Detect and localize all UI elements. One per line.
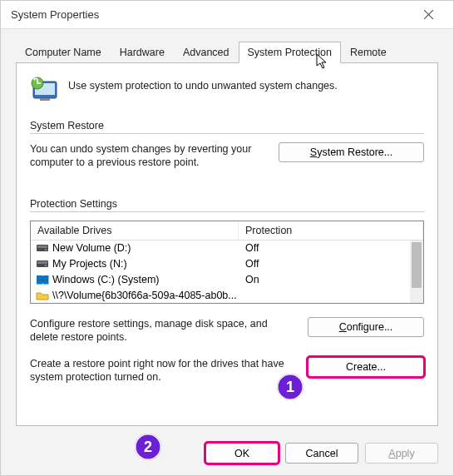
svg-rect-15 (43, 275, 49, 280)
scrollbar[interactable] (410, 240, 423, 303)
drive-table: Available Drives Protection New Volume (… (30, 221, 424, 304)
system-restore-button[interactable]: System Restore... (279, 142, 424, 162)
window-title: System Properties (11, 8, 99, 21)
cancel-button[interactable]: Cancel (285, 443, 358, 464)
apply-button[interactable]: Apply (365, 443, 438, 464)
annotation-badge-1: 1 (277, 374, 303, 400)
scrollbar-thumb[interactable] (412, 242, 422, 288)
drive-name: Windows (C:) (System) (52, 274, 159, 285)
drive-icon (36, 290, 49, 300)
svg-rect-8 (37, 245, 47, 248)
tab-computer-name[interactable]: Computer Name (16, 42, 111, 63)
drive-name: \\?\Volume{6b30f66a-509a-4085-ab0b... (52, 290, 237, 301)
titlebar: System Properties (1, 1, 453, 29)
annotation-badge-2: 2 (135, 434, 161, 460)
create-button[interactable]: Create... (308, 357, 424, 377)
configure-text: Configure restore settings, manage disk … (30, 317, 298, 345)
svg-rect-11 (37, 261, 47, 264)
intro-text: Use system protection to undo unwanted s… (68, 75, 338, 92)
table-row[interactable]: Windows (C:) (System)On (31, 272, 423, 288)
close-button[interactable] (410, 3, 447, 27)
drive-icon (36, 275, 49, 285)
protection-settings-header: Protection Settings (30, 198, 424, 212)
svg-rect-17 (43, 280, 49, 285)
tab-strip: Computer Name Hardware Advanced System P… (1, 29, 453, 62)
drive-table-body: New Volume (D:)OffMy Projects (N:)OffWin… (31, 240, 423, 303)
drive-icon (36, 243, 49, 253)
svg-rect-16 (37, 280, 42, 285)
create-text: Create a restore point right now for the… (30, 357, 298, 384)
close-icon (424, 10, 433, 19)
drive-protection: Off (239, 258, 423, 270)
table-row[interactable]: My Projects (N:)Off (31, 256, 423, 272)
system-protection-icon (30, 75, 60, 105)
svg-point-9 (45, 249, 47, 250)
table-row[interactable]: New Volume (D:)Off (31, 240, 423, 256)
drive-name: My Projects (N:) (52, 258, 127, 270)
tab-system-protection[interactable]: System Protection (239, 42, 341, 63)
system-restore-text: You can undo system changes by reverting… (30, 142, 269, 170)
svg-rect-4 (40, 98, 50, 101)
system-properties-window: System Properties Computer Name Hardware… (0, 0, 454, 476)
drive-name: New Volume (D:) (52, 242, 131, 254)
configure-button[interactable]: Configure... (308, 317, 424, 337)
svg-rect-14 (37, 275, 42, 280)
dialog-button-row: OK Cancel Apply (1, 434, 453, 475)
tab-remote[interactable]: Remote (341, 42, 396, 63)
col-header-protection[interactable]: Protection (239, 221, 423, 240)
col-header-drives[interactable]: Available Drives (31, 221, 239, 240)
system-restore-header: System Restore (30, 120, 424, 134)
ok-button[interactable]: OK (205, 443, 279, 464)
drive-table-header: Available Drives Protection (31, 221, 423, 240)
tab-advanced[interactable]: Advanced (174, 42, 239, 63)
drive-icon (36, 259, 49, 269)
drive-protection: On (239, 274, 423, 285)
svg-point-12 (45, 265, 47, 266)
drive-protection: Off (239, 242, 423, 254)
tab-hardware[interactable]: Hardware (111, 42, 174, 63)
tab-panel-system-protection: Use system protection to undo unwanted s… (16, 62, 438, 426)
table-row[interactable]: \\?\Volume{6b30f66a-509a-4085-ab0b... (31, 288, 423, 303)
